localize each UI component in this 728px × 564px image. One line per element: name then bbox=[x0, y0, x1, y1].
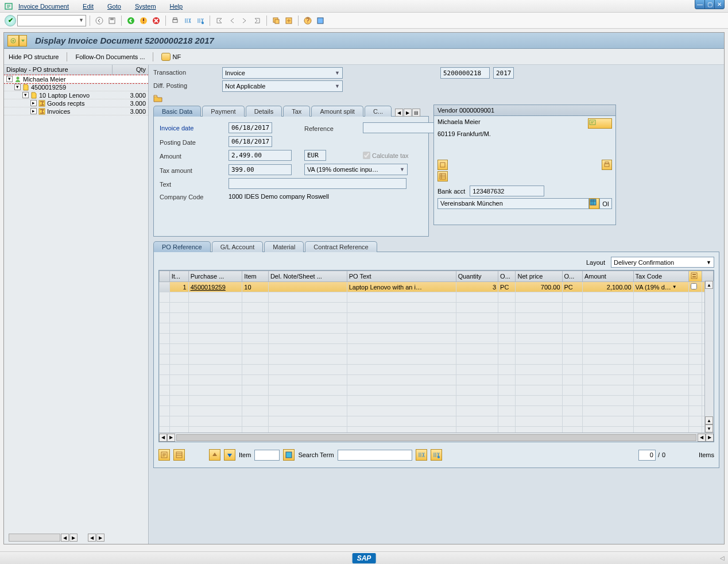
close-button[interactable]: ✕ bbox=[714, 0, 725, 9]
invoice-date-field[interactable] bbox=[229, 122, 272, 133]
tree-toggle-icon[interactable]: ▾ bbox=[6, 76, 13, 82]
bank-detail-button[interactable] bbox=[589, 198, 599, 209]
sort-desc-button[interactable] bbox=[224, 449, 235, 461]
search-button[interactable] bbox=[416, 449, 427, 461]
tab-list-icon[interactable]: ▤ bbox=[412, 109, 420, 117]
tree-row[interactable]: ▾10 Laptop Lenovo3.000 bbox=[4, 91, 148, 99]
last-page-icon[interactable] bbox=[251, 15, 263, 26]
col-del-note[interactable]: Del. Note/Sheet ... bbox=[268, 271, 347, 282]
services-dropdown-icon[interactable] bbox=[19, 35, 27, 47]
tree-row[interactable]: ▾4500019259 bbox=[4, 83, 148, 91]
tab-material[interactable]: Material bbox=[264, 241, 304, 252]
find-icon[interactable] bbox=[182, 15, 193, 26]
col-config-icon[interactable] bbox=[688, 271, 702, 282]
tree-toggle-icon[interactable]: ▸ bbox=[30, 108, 37, 114]
tab-payment[interactable]: Payment bbox=[202, 106, 244, 117]
vendor-print-icon[interactable] bbox=[602, 160, 612, 170]
tab-more[interactable]: C... bbox=[365, 106, 392, 117]
position-button[interactable] bbox=[283, 449, 295, 461]
bank-acct-field[interactable] bbox=[470, 186, 544, 196]
vendor-display-icon[interactable] bbox=[437, 160, 448, 170]
text-field[interactable] bbox=[229, 178, 406, 189]
transaction-combo[interactable]: Invoice bbox=[222, 67, 343, 79]
prev-page-icon[interactable] bbox=[226, 15, 238, 26]
tab-po-reference[interactable]: PO Reference bbox=[153, 241, 211, 252]
posting-date-field[interactable] bbox=[229, 136, 272, 147]
first-page-icon[interactable] bbox=[214, 15, 225, 26]
tree-toggle-icon[interactable]: ▸ bbox=[30, 100, 37, 106]
tree-h-scrollbar-1[interactable]: ◀▶ bbox=[9, 534, 78, 542]
tab-contract-reference[interactable]: Contract Reference bbox=[305, 241, 377, 252]
tree-toggle-icon[interactable]: ▾ bbox=[14, 84, 21, 90]
tree-h-scrollbar-2[interactable]: ◀▶ bbox=[88, 534, 104, 542]
vendor-table-icon[interactable] bbox=[437, 171, 448, 181]
tree-toggle-icon[interactable]: ▾ bbox=[22, 92, 29, 98]
layout-combo[interactable]: Delivery Confirmation bbox=[611, 257, 714, 268]
tab-scroll-left-icon[interactable]: ◀ bbox=[395, 109, 403, 117]
save-icon[interactable] bbox=[106, 15, 118, 26]
follow-on-documents-button[interactable]: Follow-On Documents ... bbox=[75, 53, 145, 60]
nav-cancel-icon[interactable] bbox=[150, 15, 162, 26]
menu-invoice-document[interactable]: Invoice Document bbox=[18, 3, 69, 10]
item-number-input[interactable] bbox=[254, 450, 280, 461]
tab-details[interactable]: Details bbox=[246, 106, 282, 117]
col-net-price[interactable]: Net price bbox=[516, 271, 562, 282]
col-quantity[interactable]: Quantity bbox=[456, 271, 498, 282]
new-session-icon[interactable] bbox=[270, 15, 282, 26]
grid-horizontal-scrollbar[interactable]: ◀▶ ◀▶ bbox=[159, 432, 714, 442]
collapse-header-icon[interactable] bbox=[153, 94, 164, 103]
nav-exit-icon[interactable] bbox=[138, 15, 149, 26]
tab-gl-account[interactable]: G/L Account bbox=[212, 241, 264, 252]
tax-code-combo[interactable]: VA (19% domestic inpu… bbox=[304, 164, 408, 175]
enter-button[interactable]: ✔ bbox=[5, 15, 16, 26]
search-next-button[interactable] bbox=[431, 449, 442, 461]
tab-tax[interactable]: Tax bbox=[283, 106, 310, 117]
col-po-text[interactable]: PO Text bbox=[347, 271, 456, 282]
hide-po-structure-button[interactable]: Hide PO structure bbox=[9, 53, 59, 60]
diff-posting-combo[interactable]: Not Applicable bbox=[222, 80, 343, 92]
col-item-no[interactable]: It... bbox=[169, 271, 188, 282]
resize-grip-icon[interactable]: ◁ bbox=[720, 555, 725, 561]
reference-field[interactable] bbox=[363, 122, 437, 133]
col-amount[interactable]: Amount bbox=[582, 271, 633, 282]
sort-asc-button[interactable] bbox=[209, 449, 220, 461]
menu-system[interactable]: System bbox=[135, 3, 156, 10]
customize-icon[interactable] bbox=[315, 15, 326, 26]
tree-row[interactable]: ▸Goods recpts3.000 bbox=[4, 99, 148, 107]
services-for-object-icon[interactable] bbox=[7, 35, 19, 47]
col-tax-code[interactable]: Tax Code bbox=[633, 271, 688, 282]
col-ou1[interactable]: O... bbox=[498, 271, 516, 282]
nf-button[interactable]: NF bbox=[161, 53, 181, 61]
currency-field[interactable] bbox=[304, 150, 326, 161]
item-detail-button[interactable] bbox=[158, 449, 170, 461]
search-term-input[interactable] bbox=[338, 450, 412, 461]
app-menu-icon[interactable] bbox=[5, 2, 13, 10]
grid-vertical-scrollbar[interactable]: ▲ ▲ ▼ bbox=[704, 281, 714, 432]
tab-scroll-right-icon[interactable]: ▶ bbox=[404, 109, 412, 117]
table-row[interactable]: 1450001925910Laptop Lenovo with an i…3PC… bbox=[160, 282, 714, 292]
menu-goto[interactable]: Goto bbox=[107, 3, 121, 10]
print-icon[interactable] bbox=[169, 15, 181, 26]
back-icon[interactable] bbox=[94, 15, 105, 26]
col-purchase[interactable]: Purchase ... bbox=[188, 271, 242, 282]
col-ou2[interactable]: O... bbox=[562, 271, 582, 282]
tree-row[interactable]: ▸Invoices3.000 bbox=[4, 107, 148, 115]
col-item[interactable]: Item bbox=[242, 271, 269, 282]
menu-help[interactable]: Help bbox=[170, 3, 183, 10]
vendor-address-button[interactable] bbox=[588, 118, 612, 129]
tax-amount-field[interactable] bbox=[229, 164, 292, 175]
command-field[interactable] bbox=[17, 15, 86, 26]
maximize-button[interactable]: ▢ bbox=[704, 0, 715, 9]
amount-field[interactable] bbox=[229, 150, 292, 161]
tab-basic-data[interactable]: Basic Data bbox=[153, 106, 201, 117]
nav-back-icon[interactable] bbox=[125, 15, 137, 26]
tree-row[interactable]: ▾Michaela Meier bbox=[4, 75, 148, 83]
next-page-icon[interactable] bbox=[239, 15, 250, 26]
shortcut-icon[interactable] bbox=[283, 15, 295, 26]
tab-amount-split[interactable]: Amount split bbox=[311, 106, 363, 117]
minimize-button[interactable]: — bbox=[695, 0, 705, 9]
menu-edit[interactable]: Edit bbox=[83, 3, 94, 10]
item-list-button[interactable] bbox=[173, 449, 185, 461]
find-next-icon[interactable] bbox=[195, 15, 206, 26]
help-icon[interactable]: ? bbox=[302, 15, 313, 26]
